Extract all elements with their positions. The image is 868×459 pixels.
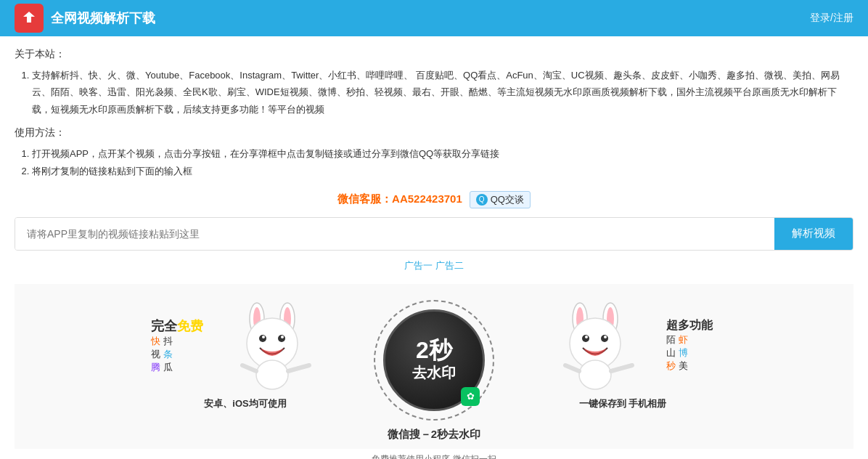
customer-service-row: 微信客服：AA522423701 Q QQ交谈 [15,191,853,208]
ad-link-2[interactable]: 广告二 [435,260,464,271]
mini-program-icon: ✿ [461,387,480,406]
search-button[interactable]: 解析视频 [774,218,853,250]
circle-main-text: 2秒 [416,338,452,363]
bottom-note: 免费推荐使用小程序-微信扫一扫 [15,449,853,459]
banner-left-caption: 安卓、iOS均可使用 [204,397,286,410]
ad-link-1[interactable]: 广告一 [404,260,433,271]
svg-point-7 [262,336,265,338]
svg-line-11 [242,365,256,371]
svg-line-22 [611,365,632,371]
svg-line-10 [288,365,309,371]
svg-point-21 [579,360,611,389]
logo-icon [15,4,44,33]
banner-middle: 2秒 去水印 ✿ 微信搜－2秒去水印 [347,298,521,442]
svg-point-20 [604,336,607,338]
qq-chat-button[interactable]: Q QQ交谈 [470,191,531,208]
middle-caption: 微信搜－2秒去水印 [388,428,480,442]
banner-right: 超多功能 陌 虾 山 博 秒 美 一键保存到 手机相册 [521,298,724,442]
feature-right-title: 超多功能 [666,318,713,333]
banner-left: 完全免费 快 抖 视 条 腾 瓜 [144,298,347,442]
rabbit-left-image [229,298,316,393]
svg-point-19 [585,336,588,338]
usage-step-1: 打开视频APP，点开某个视频，点击分享按钮，在分享弹框中点击复制链接或通过分享到… [32,145,853,162]
rabbit-right-image [552,298,639,393]
about-title: 关于本站： [15,48,853,61]
header: 全网视频解析下载 登录/注册 [0,0,868,36]
about-list: 支持解析抖、快、火、微、Youtube、Facebook、Instagram、T… [15,67,853,118]
free-label: 完全免费 [151,317,203,335]
svg-point-9 [256,360,288,389]
search-input[interactable] [15,218,774,250]
ads-row: 广告一 广告二 [15,259,853,272]
banner-area: 完全免费 快 抖 视 条 腾 瓜 [15,284,853,449]
about-item-1: 支持解析抖、快、火、微、Youtube、Facebook、Instagram、T… [32,67,853,118]
usage-step-2: 将刚才复制的链接粘贴到下面的输入框 [32,163,853,179]
login-link[interactable]: 登录/注册 [810,12,853,25]
search-area: 解析视频 [15,217,853,251]
usage-list: 打开视频APP，点开某个视频，点击分享按钮，在分享弹框中点击复制链接或通过分享到… [15,145,853,179]
svg-point-8 [281,336,284,338]
svg-line-23 [565,365,579,371]
usage-title: 使用方法： [15,126,853,139]
circle-sub-text: 去水印 [412,363,456,383]
logo-text: 全网视频解析下载 [51,9,155,27]
banner-right-caption: 一键保存到 手机相册 [579,397,667,410]
main-content: 关于本站： 支持解析抖、快、火、微、Youtube、Facebook、Insta… [0,36,868,459]
qq-icon: Q [476,194,488,206]
logo-area: 全网视频解析下载 [15,4,155,33]
wechat-service-text: 微信客服：AA522423701 [337,192,462,204]
qq-btn-label: QQ交谈 [491,193,524,206]
